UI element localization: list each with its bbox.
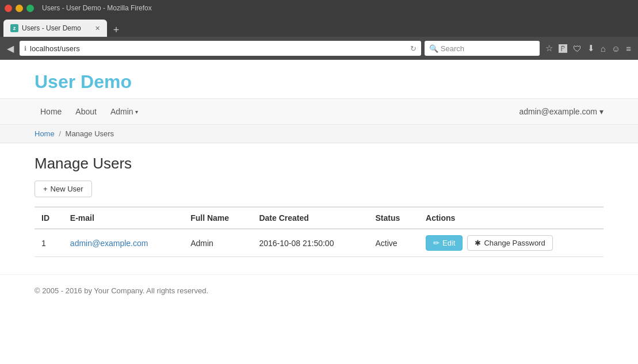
cell-email: admin@example.com	[63, 229, 184, 257]
tab-close-icon[interactable]: ✕	[95, 25, 100, 32]
col-fullname: Full Name	[184, 207, 252, 229]
cell-date: 2016-10-08 21:50:00	[252, 229, 368, 257]
table-body: 1 admin@example.com Admin 2016-10-08 21:…	[35, 229, 603, 257]
edit-label: Edit	[442, 239, 455, 247]
col-email: E-mail	[63, 207, 184, 229]
user-email-link[interactable]: admin@example.com	[70, 239, 148, 248]
tab-favicon: z	[10, 24, 18, 32]
table-row: 1 admin@example.com Admin 2016-10-08 21:…	[35, 229, 603, 257]
info-icon: ℹ	[24, 45, 26, 52]
url-text: localhost/users	[30, 44, 407, 53]
nav-admin-label: Admin	[110, 107, 133, 116]
table-header: ID E-mail Full Name Date Created Status …	[35, 207, 603, 229]
page-content: User Demo Home About Admin ▾ admin@examp…	[0, 60, 638, 364]
page-footer: © 2005 - 2016 by Your Company. All right…	[0, 274, 638, 306]
col-id: ID	[35, 207, 63, 229]
page-heading: Manage Users	[35, 155, 603, 173]
url-box[interactable]: ℹ localhost/users ↻	[20, 41, 421, 56]
change-password-button[interactable]: ✱ Change Password	[467, 235, 552, 251]
search-placeholder: Search	[441, 44, 464, 53]
cell-actions: ✏ Edit ✱ Change Password	[419, 229, 603, 257]
cell-fullname: Admin	[184, 229, 252, 257]
title-bar: Users - User Demo - Mozilla Firefox	[0, 0, 638, 16]
nav-user-email: admin@example.com	[519, 107, 597, 116]
maximize-button[interactable]	[26, 5, 34, 12]
cell-status: Active	[368, 229, 419, 257]
new-user-label: New User	[51, 185, 83, 193]
refresh-icon: ↻	[410, 44, 417, 53]
address-bar: ◀ ℹ localhost/users ↻ 🔍 Search ☆ 🅿 🛡 ⬇ ⌂…	[0, 37, 638, 60]
download-icon[interactable]: ⬇	[585, 42, 597, 55]
asterisk-icon: ✱	[475, 239, 481, 247]
app-title: User Demo	[35, 71, 603, 93]
new-user-button[interactable]: + New User	[35, 181, 92, 197]
window-title: Users - User Demo - Mozilla Firefox	[42, 4, 152, 12]
pencil-icon: ✏	[433, 239, 440, 247]
col-date: Date Created	[252, 207, 368, 229]
tab-bar: z Users - User Demo ✕ +	[0, 16, 638, 37]
nav-user-menu[interactable]: admin@example.com ▾	[519, 107, 603, 116]
back-button[interactable]: ◀	[5, 42, 16, 55]
users-table: ID E-mail Full Name Date Created Status …	[35, 206, 603, 257]
active-tab[interactable]: z Users - User Demo ✕	[3, 20, 107, 37]
search-icon: 🔍	[429, 44, 438, 53]
edit-button[interactable]: ✏ Edit	[426, 235, 463, 251]
new-tab-button[interactable]: +	[109, 23, 123, 37]
change-pwd-label: Change Password	[484, 239, 545, 247]
bookmark-icon[interactable]: ☆	[543, 42, 555, 55]
tab-label: Users - User Demo	[22, 24, 81, 32]
breadcrumb: Home / Manage Users	[0, 125, 638, 143]
breadcrumb-current: Manage Users	[66, 129, 114, 138]
cell-id: 1	[35, 229, 63, 257]
close-button[interactable]	[5, 5, 12, 12]
col-actions: Actions	[419, 207, 603, 229]
breadcrumb-home[interactable]: Home	[35, 129, 55, 138]
footer-text: © 2005 - 2016 by Your Company. All right…	[35, 286, 208, 295]
home-icon[interactable]: ⌂	[598, 43, 608, 55]
navbar: Home About Admin ▾ admin@example.com ▾	[0, 98, 638, 125]
col-status: Status	[368, 207, 419, 229]
minimize-button[interactable]	[16, 5, 23, 12]
nav-admin-dropdown[interactable]: Admin ▾	[105, 104, 144, 120]
user-dropdown-icon: ▾	[599, 107, 603, 116]
app-header: User Demo	[0, 60, 638, 98]
breadcrumb-separator: /	[59, 129, 61, 138]
chevron-down-icon: ▾	[135, 109, 138, 115]
shield-icon[interactable]: 🛡	[571, 43, 584, 55]
smile-icon[interactable]: ☺	[609, 43, 622, 55]
toolbar-icons: ☆ 🅿 🛡 ⬇ ⌂ ☺ ≡	[543, 42, 633, 55]
main-content: Manage Users + New User ID E-mail Full N…	[0, 143, 638, 274]
nav-links: Home About Admin ▾	[35, 104, 519, 120]
nav-home[interactable]: Home	[35, 104, 67, 120]
nav-about[interactable]: About	[70, 104, 102, 120]
menu-icon[interactable]: ≡	[624, 43, 633, 55]
plus-icon: +	[43, 185, 48, 193]
pocket-icon[interactable]: 🅿	[556, 43, 570, 55]
search-box[interactable]: 🔍 Search	[425, 41, 540, 56]
